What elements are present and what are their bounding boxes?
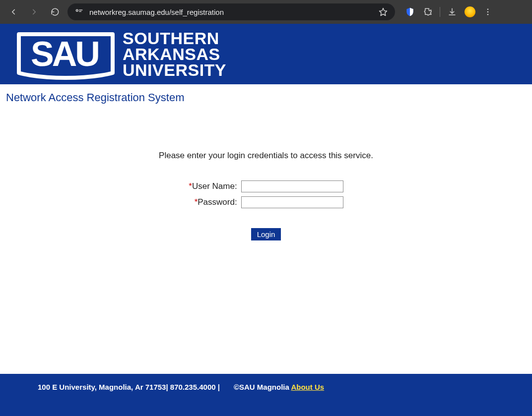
svg-point-6 [487, 11, 489, 13]
reload-button[interactable] [47, 3, 64, 20]
main-content: Please enter your login credentials to a… [0, 107, 532, 374]
bookmark-star-icon[interactable] [377, 6, 389, 18]
required-marker: * [189, 181, 192, 191]
site-footer: 100 E University, Magnolia, Ar 71753| 87… [0, 374, 532, 416]
password-label-text: Password: [198, 197, 237, 207]
login-button[interactable]: Login [251, 228, 281, 240]
login-form: *User Name: *Password: [189, 180, 343, 208]
sau-mark-icon: SAU [15, 27, 117, 81]
profile-avatar[interactable] [464, 6, 476, 18]
password-label: *Password: [189, 197, 237, 207]
username-label-text: User Name: [192, 181, 237, 191]
login-prompt: Please enter your login credentials to a… [159, 151, 373, 161]
browser-toolbar: networkreg.saumag.edu/self_registration [0, 0, 532, 24]
svg-text:SAU: SAU [31, 35, 98, 73]
sau-logo[interactable]: SAU SOUTHERN ARKANSAS UNIVERSITY [15, 27, 226, 81]
extensions-puzzle-icon[interactable] [422, 6, 434, 18]
toolbar-right [404, 6, 494, 18]
downloads-icon[interactable] [446, 6, 458, 18]
extension-shield-icon[interactable] [404, 6, 416, 18]
password-input[interactable] [241, 196, 343, 208]
site-info-icon[interactable] [73, 7, 84, 16]
kebab-menu-icon[interactable] [482, 6, 494, 18]
url-text: networkreg.saumag.edu/self_registration [89, 8, 372, 16]
svg-point-7 [487, 14, 489, 15]
wordmark-line2: ARKANSAS [123, 46, 226, 62]
svg-point-0 [76, 9, 78, 11]
username-input[interactable] [241, 180, 343, 192]
about-us-link[interactable]: About Us [291, 383, 324, 391]
sau-wordmark: SOUTHERN ARKANSAS UNIVERSITY [123, 30, 226, 78]
back-button[interactable] [5, 3, 22, 20]
svg-point-5 [487, 8, 489, 10]
footer-copyright-text: ©SAU Magnolia [234, 383, 291, 391]
forward-button[interactable] [26, 3, 43, 20]
address-bar[interactable]: networkreg.saumag.edu/self_registration [67, 3, 395, 20]
toolbar-divider [440, 7, 440, 17]
wordmark-line3: UNIVERSITY [123, 62, 226, 78]
site-header: SAU SOUTHERN ARKANSAS UNIVERSITY [0, 24, 532, 84]
wordmark-line1: SOUTHERN [123, 30, 226, 46]
svg-marker-3 [380, 8, 387, 16]
footer-address: 100 E University, Magnolia, Ar 71753| 87… [38, 383, 220, 391]
username-label: *User Name: [189, 181, 237, 191]
page-title: Network Access Registration System [0, 84, 532, 107]
footer-copyright: ©SAU Magnolia About Us [234, 383, 324, 391]
